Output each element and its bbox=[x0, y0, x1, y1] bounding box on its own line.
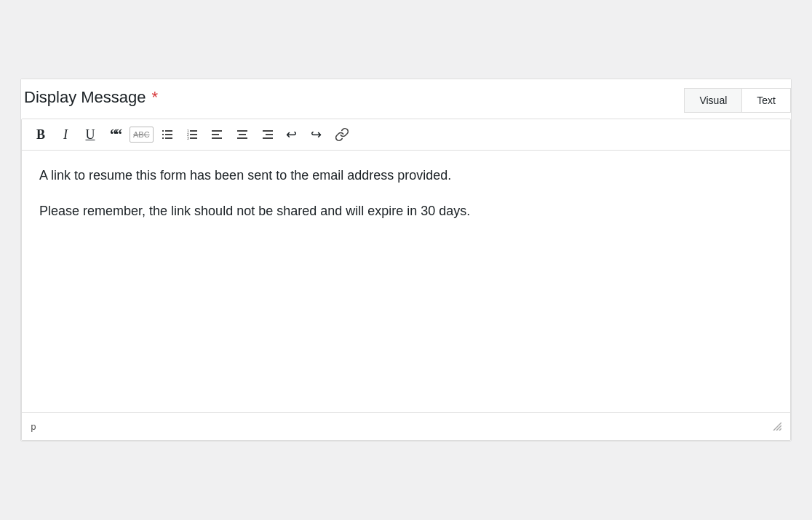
editor-wrapper: B I U ““ ABC bbox=[21, 119, 791, 441]
ordered-list-button[interactable]: 1 2 3 bbox=[183, 125, 203, 144]
align-right-button[interactable] bbox=[257, 125, 277, 144]
svg-rect-14 bbox=[212, 137, 222, 139]
svg-rect-2 bbox=[162, 134, 164, 135]
toolbar: B I U ““ ABC bbox=[22, 119, 790, 151]
svg-line-22 bbox=[779, 428, 781, 431]
svg-rect-1 bbox=[165, 130, 172, 132]
resize-icon bbox=[771, 420, 781, 431]
svg-rect-15 bbox=[237, 130, 247, 132]
svg-rect-19 bbox=[266, 134, 273, 135]
redo-icon: ↪ bbox=[311, 127, 322, 143]
unordered-list-icon bbox=[162, 129, 174, 140]
field-label-wrapper: Display Message* bbox=[21, 88, 158, 107]
view-tabs: Visual Text bbox=[684, 88, 791, 113]
link-button[interactable] bbox=[331, 125, 353, 144]
field-header: Display Message* Visual Text bbox=[21, 79, 791, 119]
align-right-icon bbox=[261, 129, 273, 140]
resize-handle[interactable] bbox=[771, 419, 781, 434]
svg-rect-3 bbox=[165, 134, 172, 135]
undo-button[interactable]: ↩ bbox=[282, 125, 302, 144]
svg-rect-12 bbox=[212, 130, 222, 132]
paragraph-2: Please remember, the link should not be … bbox=[39, 201, 773, 222]
svg-rect-18 bbox=[263, 130, 273, 132]
strikethrough-label: ABC bbox=[133, 130, 150, 139]
italic-button[interactable]: I bbox=[55, 125, 76, 144]
svg-rect-9 bbox=[190, 134, 197, 135]
editor-content[interactable]: A link to resume this form has been sent… bbox=[22, 151, 790, 412]
svg-rect-17 bbox=[237, 137, 247, 139]
display-message-field: Display Message* Visual Text B I U ““ AB… bbox=[20, 79, 792, 441]
ordered-list-icon: 1 2 3 bbox=[187, 129, 199, 140]
tab-visual[interactable]: Visual bbox=[685, 89, 742, 112]
blockquote-icon: ““ bbox=[110, 127, 120, 143]
unordered-list-button[interactable] bbox=[158, 125, 178, 144]
tab-text[interactable]: Text bbox=[742, 89, 790, 112]
svg-rect-20 bbox=[263, 137, 273, 139]
required-marker: * bbox=[149, 88, 159, 106]
undo-icon: ↩ bbox=[286, 127, 297, 143]
path-indicator: p bbox=[31, 421, 36, 432]
link-icon bbox=[335, 127, 349, 142]
blockquote-button[interactable]: ““ bbox=[105, 125, 125, 144]
align-center-icon bbox=[236, 129, 248, 140]
field-label: Display Message bbox=[21, 88, 146, 106]
svg-rect-13 bbox=[212, 134, 219, 135]
paragraph-1: A link to resume this form has been sent… bbox=[39, 165, 773, 186]
editor-footer: p bbox=[22, 412, 790, 440]
svg-rect-16 bbox=[239, 134, 246, 135]
bold-button[interactable]: B bbox=[31, 125, 51, 144]
redo-button[interactable]: ↪ bbox=[306, 125, 327, 144]
svg-rect-0 bbox=[162, 130, 164, 132]
svg-rect-7 bbox=[190, 130, 197, 132]
svg-rect-5 bbox=[165, 137, 172, 139]
strikethrough-button[interactable]: ABC bbox=[130, 127, 154, 143]
svg-rect-4 bbox=[162, 137, 164, 139]
svg-rect-11 bbox=[190, 137, 197, 139]
underline-button[interactable]: U bbox=[80, 125, 100, 144]
svg-text:3: 3 bbox=[187, 136, 189, 140]
align-center-button[interactable] bbox=[232, 125, 252, 144]
align-left-button[interactable] bbox=[207, 125, 228, 144]
align-left-icon bbox=[212, 129, 223, 140]
